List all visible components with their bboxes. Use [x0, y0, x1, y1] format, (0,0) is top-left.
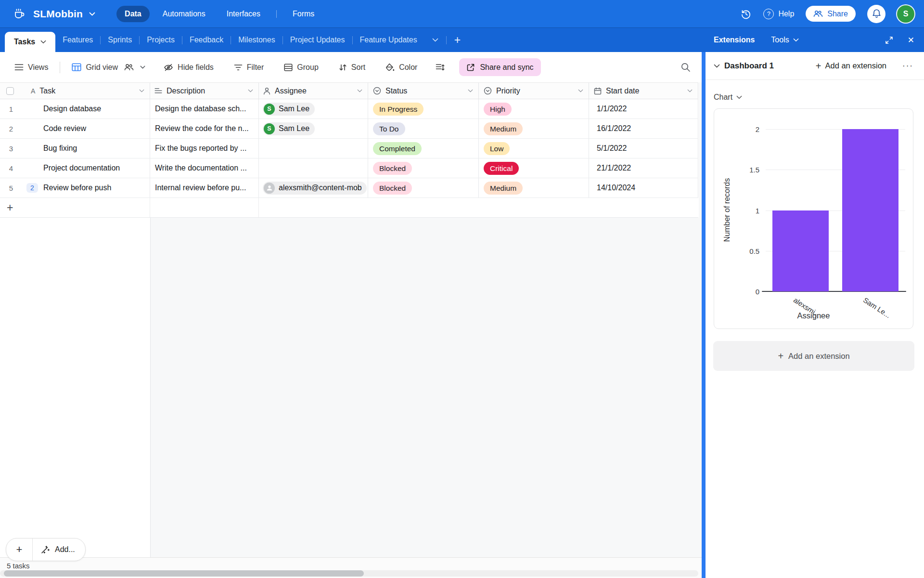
chevron-down-icon[interactable]	[714, 64, 720, 68]
cell-assignee[interactable]: S Sam Lee	[259, 119, 368, 138]
user-avatar[interactable]: S	[897, 5, 914, 23]
cell-start-date[interactable]: 5/1/2022	[589, 139, 698, 158]
cell-task[interactable]: 3 Bug fixing	[0, 139, 150, 158]
table-row[interactable]: 3 Bug fixing Fix the bugs reported by ..…	[0, 139, 698, 158]
tab-features[interactable]: Features	[55, 36, 100, 44]
more-options-icon[interactable]: ···	[902, 61, 913, 71]
tab-feature-updates[interactable]: Feature Updates	[353, 36, 424, 44]
chevron-down-icon[interactable]	[139, 89, 144, 92]
tab-milestones[interactable]: Milestones	[231, 36, 282, 44]
chevron-down-icon[interactable]	[357, 89, 362, 92]
dashboard-title[interactable]: Dashboard 1	[724, 61, 774, 71]
cell-description[interactable]: Fix the bugs reported by ...	[150, 139, 259, 158]
cell-description[interactable]: Review the code for the n...	[150, 119, 259, 138]
nav-item-forms[interactable]: Forms	[284, 6, 322, 22]
chart-bar[interactable]	[772, 210, 829, 292]
table-row[interactable]: 2 Code review Review the code for the n.…	[0, 119, 698, 139]
views-button[interactable]: Views	[14, 63, 48, 72]
close-icon[interactable]: ✕	[908, 36, 914, 44]
cell-start-date[interactable]: 1/1/2022	[589, 99, 698, 118]
expand-icon[interactable]	[885, 36, 893, 44]
share-and-sync-button[interactable]: Share and sync	[459, 58, 540, 76]
horizontal-scrollbar-track[interactable]	[0, 570, 698, 577]
cell-status[interactable]: Completed	[368, 139, 479, 158]
chevron-down-icon[interactable]	[468, 89, 473, 92]
row-height-button[interactable]	[436, 64, 445, 71]
panel-resize-handle[interactable]	[702, 52, 706, 578]
cell-assignee[interactable]	[259, 158, 368, 178]
column-header-start-date[interactable]: Start date	[589, 83, 698, 99]
chevron-down-icon[interactable]	[140, 66, 145, 69]
cell-start-date[interactable]: 21/1/2022	[589, 158, 698, 178]
cell-status[interactable]: In Progress	[368, 99, 479, 118]
sort-button[interactable]: Sort	[339, 63, 365, 72]
chevron-down-icon[interactable]	[89, 12, 95, 16]
tab-sprints[interactable]: Sprints	[101, 36, 139, 44]
column-header-description[interactable]: Description	[150, 83, 259, 99]
comment-count-badge[interactable]: 2	[26, 183, 38, 193]
tab-tasks[interactable]: Tasks	[5, 32, 55, 52]
cell-priority[interactable]: Medium	[479, 119, 589, 138]
nav-item-interfaces[interactable]: Interfaces	[218, 6, 269, 22]
cell-assignee[interactable]	[259, 139, 368, 158]
cell-start-date[interactable]: 14/10/2024	[589, 178, 698, 197]
select-all-checkbox[interactable]	[6, 87, 14, 95]
workspace-logo[interactable]: SLMobbin	[13, 8, 95, 20]
nav-item-data[interactable]: Data	[116, 6, 150, 22]
column-header-status[interactable]: Status	[368, 83, 479, 99]
cell-status[interactable]: Blocked	[368, 178, 479, 197]
cell-priority[interactable]: High	[479, 99, 589, 118]
nav-item-automations[interactable]: Automations	[154, 6, 214, 22]
tab-feedback[interactable]: Feedback	[182, 36, 231, 44]
add-with-ai-button[interactable]: Add...	[33, 545, 85, 554]
chart-bar[interactable]	[842, 129, 898, 291]
chevron-down-icon[interactable]	[40, 40, 46, 44]
cell-assignee[interactable]: S Sam Lee	[259, 99, 368, 118]
table-row[interactable]: 4 Project documentation Write the docume…	[0, 158, 698, 178]
table-row[interactable]: 1 Design database Design the database sc…	[0, 99, 698, 119]
column-header-task[interactable]: A Task	[0, 83, 150, 99]
cell-description[interactable]: Write the documentation ...	[150, 158, 259, 178]
chevron-down-icon[interactable]	[687, 89, 693, 92]
cell-task[interactable]: 2 Code review	[0, 119, 150, 138]
horizontal-scrollbar-thumb[interactable]	[4, 570, 364, 577]
add-extension-link[interactable]: + Add an extension	[816, 61, 886, 71]
chart-extension-card[interactable]: Number of records 00.511.52alexsmi...Sam…	[714, 108, 913, 329]
cell-task[interactable]: 4 Project documentation	[0, 158, 150, 178]
column-header-assignee[interactable]: Assignee	[259, 83, 368, 99]
chart-type-selector[interactable]: Chart	[714, 93, 742, 102]
cell-status[interactable]: Blocked	[368, 158, 479, 178]
cell-description[interactable]: Design the database sch...	[150, 99, 259, 118]
cell-assignee[interactable]: alexsmith@content-mob	[259, 178, 368, 197]
cell-start-date[interactable]: 16/1/2022	[589, 119, 698, 138]
tab-projects[interactable]: Projects	[140, 36, 182, 44]
share-button[interactable]: Share	[806, 6, 856, 22]
cell-description[interactable]: Internal review before pu...	[150, 178, 259, 197]
add-record-button[interactable]: +	[6, 539, 33, 561]
add-row[interactable]: +	[0, 198, 698, 218]
more-tabs-chevron-icon[interactable]	[432, 38, 438, 42]
chevron-down-icon[interactable]	[248, 89, 253, 92]
help-button[interactable]: ? Help	[763, 9, 794, 19]
filter-button[interactable]: Filter	[234, 63, 264, 72]
cell-task[interactable]: 5 2 Review before push	[0, 178, 150, 197]
cell-status[interactable]: To Do	[368, 119, 479, 138]
table-row[interactable]: 5 2 Review before push Internal review b…	[0, 178, 698, 198]
cell-priority[interactable]: Critical	[479, 158, 589, 178]
notifications-button[interactable]	[867, 5, 886, 23]
add-extension-button[interactable]: + Add an extension	[713, 341, 914, 371]
grid-view-button[interactable]: Grid view	[72, 63, 145, 72]
cell-priority[interactable]: Low	[479, 139, 589, 158]
cell-task[interactable]: 1 Design database	[0, 99, 150, 118]
chevron-down-icon[interactable]	[578, 89, 583, 92]
hide-fields-button[interactable]: Hide fields	[164, 63, 214, 72]
group-button[interactable]: Group	[284, 63, 318, 72]
history-icon[interactable]	[740, 8, 752, 20]
tab-project-updates[interactable]: Project Updates	[283, 36, 352, 44]
column-header-priority[interactable]: Priority	[479, 83, 589, 99]
cell-priority[interactable]: Medium	[479, 178, 589, 197]
search-icon[interactable]	[680, 62, 691, 72]
add-table-button[interactable]: +	[454, 35, 461, 46]
tools-menu[interactable]: Tools	[771, 36, 798, 44]
color-button[interactable]: Color	[385, 63, 417, 72]
